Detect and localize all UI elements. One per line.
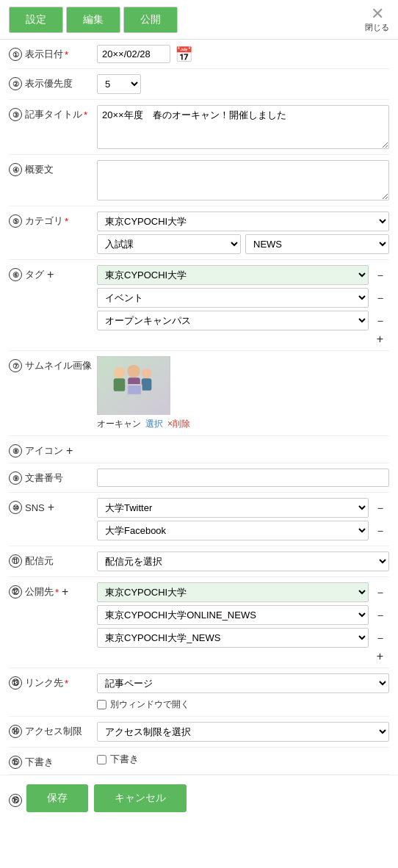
field3-text: 記事タイトル <box>25 108 82 121</box>
icon-add-button[interactable]: + <box>63 445 76 457</box>
cancel-button[interactable]: キャンセル <box>94 784 187 812</box>
field1-label: ① 表示日付 * <box>9 45 97 61</box>
field1-content: 📅 <box>97 45 389 63</box>
field-draft: ⑮ 下書き 下書き <box>9 748 389 775</box>
tag-add-bottom[interactable]: + <box>374 333 386 345</box>
publish-add-row: + <box>97 651 389 662</box>
calendar-icon[interactable]: 📅 <box>175 46 193 63</box>
field14-text: アクセス制限 <box>25 725 82 738</box>
tag-remove-2[interactable]: － <box>372 292 389 304</box>
publish-remove-3[interactable]: － <box>372 632 389 644</box>
field2-num: ② <box>9 77 22 90</box>
tab-publish[interactable]: 公開 <box>123 7 178 33</box>
tag-remove-3[interactable]: － <box>372 315 389 327</box>
publish-row-2: 東京CYPOCHI大学ONLINE_NEWS － <box>97 605 389 625</box>
publish-remove-2[interactable]: － <box>372 610 389 621</box>
field5-label: ⑤ カテゴリ * <box>9 211 97 228</box>
field8-num: ⑧ <box>9 444 22 457</box>
field8-label: ⑧ アイコン + <box>9 441 97 457</box>
publish-select-1[interactable]: 東京CYPOCHI大学 <box>97 582 369 602</box>
access-select[interactable]: アクセス制限を選択 <box>97 722 389 742</box>
sns-remove-1[interactable]: － <box>372 502 389 514</box>
new-window-checkbox[interactable] <box>97 700 106 709</box>
field9-text: 文書番号 <box>25 471 63 485</box>
publish-add-button[interactable]: + <box>59 586 71 598</box>
publish-remove-1[interactable]: － <box>372 587 389 598</box>
publish-row-3: 東京CYPOCHI大学_NEWS － <box>97 628 389 648</box>
field3-required: * <box>84 109 87 120</box>
field6-num: ⑥ <box>9 268 22 281</box>
tag-row-1: 東京CYPOCHI大学 － <box>97 265 389 285</box>
sns-select-1[interactable]: 大学Twitter <box>97 498 369 518</box>
field14-num: ⑭ <box>9 725 22 738</box>
close-button[interactable]: ✕ 閉じる <box>365 6 389 33</box>
field15-content: 下書き <box>97 753 389 766</box>
field5-text: カテゴリ <box>25 214 63 228</box>
field13-num: ⑬ <box>9 676 22 690</box>
field10-label: ⑩ SNS + <box>9 498 97 514</box>
field15-num: ⑮ <box>9 756 22 769</box>
tab-edit[interactable]: 編集 <box>66 7 120 33</box>
field-tags: ⑥ タグ + 東京CYPOCHI大学 － イベント － オープンキャンパス <box>9 260 389 351</box>
field7-label: ⑦ サムネイル画像 <box>9 356 97 372</box>
svg-rect-8 <box>128 386 141 394</box>
field16-num: ⑯ <box>9 794 22 807</box>
tag-row-3: オープンキャンパス － <box>97 311 389 330</box>
publish-select-3[interactable]: 東京CYPOCHI大学_NEWS <box>97 628 369 648</box>
publish-add-bottom[interactable]: + <box>374 651 386 662</box>
field15-text: 下書き <box>25 756 54 769</box>
field2-label: ② 表示優先度 <box>9 74 97 90</box>
sns-row-1: 大学Twitter － <box>97 498 389 518</box>
field10-text: SNS <box>25 502 45 513</box>
draft-checkbox[interactable] <box>97 755 106 764</box>
sns-select-2[interactable]: 大学Facebook <box>97 521 369 540</box>
field7-text: サムネイル画像 <box>25 359 92 372</box>
tag-select-1[interactable]: 東京CYPOCHI大学 <box>97 265 369 285</box>
summary-textarea[interactable] <box>97 160 389 200</box>
title-textarea[interactable]: 20××年度 春のオーキャン！開催しました <box>97 105 389 149</box>
bottom-buttons: 保存 キャンセル <box>26 780 187 821</box>
priority-select[interactable]: 5 1 2 3 4 <box>97 74 141 94</box>
svg-point-5 <box>142 369 152 379</box>
sns-add-button[interactable]: + <box>45 502 57 513</box>
tag-remove-1[interactable]: － <box>372 270 389 281</box>
field-icon: ⑧ アイコン + <box>9 436 389 463</box>
field-distribution: ⑪ 配信元 配信元を選択 <box>9 546 389 577</box>
svg-point-1 <box>114 367 126 379</box>
save-button[interactable]: 保存 <box>26 784 88 812</box>
field-access: ⑭ アクセス制限 アクセス制限を選択 <box>9 717 389 748</box>
tab-settings[interactable]: 設定 <box>9 7 63 33</box>
field2-text: 表示優先度 <box>25 77 73 90</box>
field9-content <box>97 469 389 487</box>
date-input[interactable] <box>97 45 170 63</box>
field14-label: ⑭ アクセス制限 <box>9 722 97 738</box>
distribution-select[interactable]: 配信元を選択 <box>97 551 389 571</box>
field-summary: ④ 概要文 <box>9 155 389 206</box>
category-sub1-select[interactable]: 入試課 <box>97 234 241 254</box>
svg-rect-6 <box>142 378 152 391</box>
field7-num: ⑦ <box>9 359 22 372</box>
field6-content: 東京CYPOCHI大学 － イベント － オープンキャンパス － + <box>97 265 389 345</box>
tag-add-button[interactable]: + <box>44 269 57 281</box>
tag-select-2[interactable]: イベント <box>97 288 369 308</box>
doc-num-input[interactable] <box>97 469 389 487</box>
tag-select-3[interactable]: オープンキャンパス <box>97 311 369 330</box>
field-sns: ⑩ SNS + 大学Twitter － 大学Facebook － <box>9 493 389 546</box>
field11-content: 配信元を選択 <box>97 551 389 571</box>
field15-label: ⑮ 下書き <box>9 753 97 769</box>
sns-remove-2[interactable]: － <box>372 525 389 537</box>
thumbnail-delete-link[interactable]: ×削除 <box>167 418 190 430</box>
publish-select-2[interactable]: 東京CYPOCHI大学ONLINE_NEWS <box>97 605 369 625</box>
field13-required: * <box>65 678 68 689</box>
category-sub2-select[interactable]: NEWS <box>245 234 389 254</box>
close-label: 閉じる <box>365 22 389 33</box>
field2-content: 5 1 2 3 4 <box>97 74 389 94</box>
link-select[interactable]: 記事ページ <box>97 673 389 693</box>
tag-add-row: + <box>97 333 389 345</box>
field10-content: 大学Twitter － 大学Facebook － <box>97 498 389 540</box>
category-main-select[interactable]: 東京CYPOCHI大学 <box>97 211 389 231</box>
thumbnail-select-link[interactable]: 選択 <box>145 418 163 430</box>
field5-num: ⑤ <box>9 214 22 228</box>
form-body: ① 表示日付 * 📅 ② 表示優先度 5 1 2 3 4 <box>0 40 398 775</box>
field12-content: 東京CYPOCHI大学 － 東京CYPOCHI大学ONLINE_NEWS － 東… <box>97 582 389 662</box>
